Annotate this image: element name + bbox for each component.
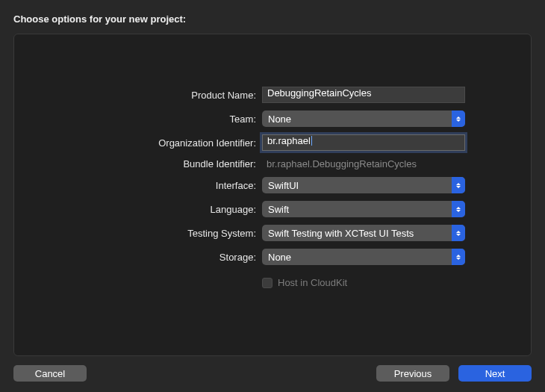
interface-select[interactable]: SwiftUI [262, 177, 465, 193]
footer-left: Cancel [13, 365, 87, 382]
bundle-identifier-label: Bundle Identifier: [44, 158, 258, 169]
up-down-icon [452, 249, 465, 265]
testing-system-value: Swift Testing with XCTest UI Tests [268, 228, 414, 239]
interface-value: SwiftUI [268, 180, 299, 191]
product-name-value: DebuggingRetainCycles [267, 87, 371, 99]
next-button[interactable]: Next [458, 365, 532, 382]
cloudkit-row: Host in CloudKit [262, 277, 465, 288]
product-name-label: Product Name: [44, 90, 258, 101]
storage-label: Storage: [44, 252, 258, 263]
footer-right: Previous Next [376, 365, 532, 382]
org-identifier-value: br.raphael [267, 135, 311, 146]
team-label: Team: [44, 113, 258, 125]
cloudkit-label: Host in CloudKit [278, 277, 347, 288]
product-name-input[interactable]: DebuggingRetainCycles [262, 87, 465, 103]
footer: Cancel Previous Next [13, 365, 532, 382]
up-down-icon [452, 225, 465, 241]
project-options-sheet: Choose options for your new project: Pro… [0, 0, 545, 392]
form-panel: Product Name: DebuggingRetainCycles Team… [13, 34, 532, 356]
sheet-title: Choose options for your new project: [13, 13, 532, 25]
testing-system-label: Testing System: [44, 228, 258, 239]
cancel-button[interactable]: Cancel [13, 365, 87, 382]
up-down-icon [452, 111, 465, 127]
cloudkit-checkbox[interactable] [262, 278, 272, 288]
org-identifier-input[interactable]: br.raphael [262, 134, 465, 151]
options-form: Product Name: DebuggingRetainCycles Team… [44, 87, 501, 288]
language-label: Language: [44, 204, 258, 215]
up-down-icon [452, 201, 465, 217]
storage-value: None [268, 252, 291, 263]
org-identifier-label: Organization Identifier: [44, 137, 258, 149]
team-select[interactable]: None [262, 111, 465, 127]
testing-system-select[interactable]: Swift Testing with XCTest UI Tests [262, 225, 465, 241]
bundle-identifier-value: br.raphael.DebuggingRetainCycles [262, 158, 465, 169]
language-value: Swift [268, 204, 289, 215]
up-down-icon [452, 177, 465, 193]
interface-label: Interface: [44, 180, 258, 191]
storage-select[interactable]: None [262, 249, 465, 265]
team-value: None [268, 113, 291, 125]
text-caret [311, 136, 312, 146]
language-select[interactable]: Swift [262, 201, 465, 217]
previous-button[interactable]: Previous [376, 365, 449, 382]
